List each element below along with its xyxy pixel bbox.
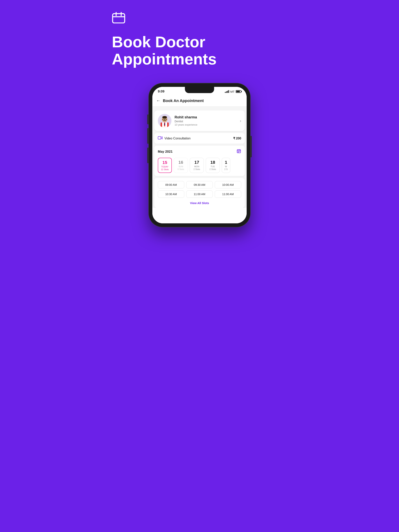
svg-rect-23 [239,151,240,152]
calendar-grid-icon[interactable] [237,149,241,155]
phone-mockup: 9:09 MT ← Book An Appointment [149,83,250,227]
doctor-info: Rohit sharma Dentist 10 years experience [174,115,237,126]
screen-title: Book An Appointment [163,99,204,103]
consultation-row[interactable]: Video Consultation ₹ 200 [154,133,245,144]
status-icons: MT [225,90,241,93]
date-item-15[interactable]: 15 TODAY 12 Slots [158,158,172,173]
time-slot-1[interactable]: 09:30 AM [186,181,213,189]
svg-point-10 [162,116,167,118]
time-slot-4[interactable]: 11:00 AM [186,190,213,198]
doctor-experience: 10 years experience [174,123,237,126]
doctor-specialty: Dentist [174,120,237,123]
doctor-name: Rohit sharma [174,115,237,119]
svg-rect-25 [239,152,239,152]
view-all-slots-link[interactable]: View All Slots [158,201,241,205]
app-header: ← Book An Appointment [152,95,247,107]
back-button[interactable]: ← [156,98,161,103]
consultation-left: Video Consultation [158,136,191,141]
battery-icon [236,90,241,93]
date-item-17[interactable]: 17 MON 2 Slots [190,158,204,173]
time-slot-0[interactable]: 09:00 AM [158,181,184,189]
consultation-price: ₹ 200 [233,137,241,140]
signal-icon [225,90,229,93]
time-slot-5[interactable]: 11:00 AM [215,190,241,198]
time-slots-section: 09:00 AM 09:30 AM 10:00 AM 10:30 AM 11:0… [154,178,245,208]
video-icon [158,136,162,141]
app-icon [112,12,287,33]
time-grid: 09:00 AM 09:30 AM 10:00 AM 10:30 AM 11:0… [158,181,241,198]
doctor-card[interactable]: Rohit sharma Dentist 10 years experience… [154,110,245,131]
phone-notch [185,87,214,93]
calendar-section: May 2021 [154,146,245,176]
page-headline: Book Doctor Appointments [112,33,287,68]
svg-rect-16 [158,137,161,139]
bottom-spacer [152,208,247,223]
svg-rect-0 [113,14,125,23]
status-time: 9:09 [158,89,164,94]
svg-rect-24 [238,152,238,152]
consultation-type: Video Consultation [164,137,191,140]
time-slot-3[interactable]: 10:30 AM [158,190,184,198]
chevron-right-icon[interactable]: › [240,119,241,123]
carrier-label: MT [230,90,235,93]
svg-rect-22 [239,151,239,152]
date-slider: 15 TODAY 12 Slots 16 SUN 0 Slots 17 MON [158,158,241,173]
svg-rect-21 [238,151,238,152]
calendar-header: May 2021 [158,149,241,155]
date-item-16[interactable]: 16 SUN 0 Slots [174,158,188,173]
doctor-avatar [158,114,171,127]
date-item-19[interactable]: 1 W 2 S [222,158,230,173]
date-item-18[interactable]: 18 TUE 2 Slots [206,158,220,173]
time-slot-2[interactable]: 10:00 AM [215,181,241,189]
month-label: May 2021 [158,150,173,154]
